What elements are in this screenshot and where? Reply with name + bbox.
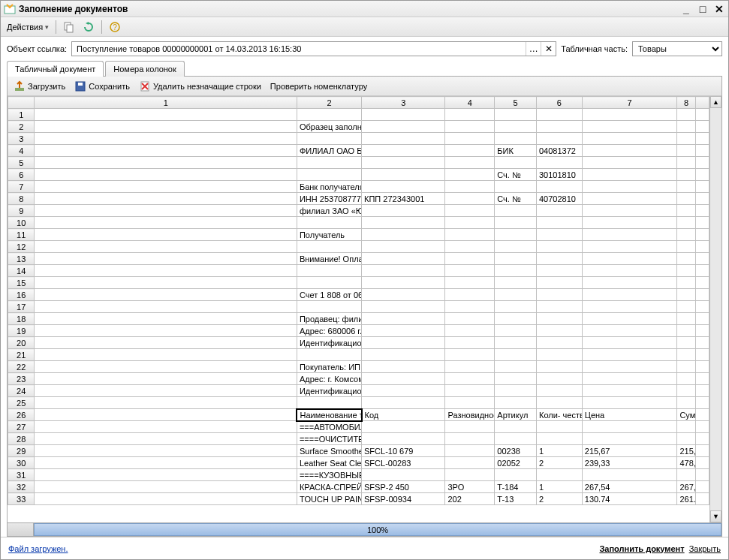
cell[interactable] (695, 301, 709, 313)
cell[interactable] (445, 325, 495, 337)
cell[interactable] (677, 193, 695, 205)
cell[interactable] (677, 121, 695, 133)
cell[interactable] (362, 157, 445, 169)
row-header[interactable]: 17 (8, 301, 35, 313)
cell[interactable] (695, 193, 709, 205)
cell[interactable] (695, 157, 709, 169)
cell[interactable]: БИК (495, 145, 537, 157)
cell[interactable] (695, 457, 709, 469)
cell[interactable] (362, 229, 445, 241)
cell[interactable] (677, 421, 695, 433)
cell[interactable] (677, 277, 695, 289)
row-header[interactable]: 28 (8, 433, 35, 445)
cell[interactable] (445, 229, 495, 241)
cell[interactable]: 1 (537, 481, 583, 493)
cell[interactable]: 04081372 (537, 145, 583, 157)
cell[interactable] (35, 313, 297, 325)
cell[interactable]: T-13 (495, 493, 537, 505)
cell[interactable]: Банк получателя (297, 181, 361, 193)
cell[interactable] (362, 169, 445, 181)
row-header[interactable]: 10 (8, 217, 35, 229)
table-row[interactable]: 29Surface Smoother Mini - абразивная гли… (8, 445, 709, 457)
cell[interactable]: ====КУЗОВНЫЕ РАБОТЫ (297, 469, 361, 481)
cell[interactable]: 261.48 (677, 493, 695, 505)
row-header[interactable]: 7 (8, 181, 35, 193)
cell[interactable] (362, 337, 445, 349)
cell[interactable] (695, 397, 709, 409)
cell[interactable] (297, 397, 361, 409)
cell[interactable] (445, 205, 495, 217)
cell[interactable] (362, 469, 445, 481)
cell[interactable] (35, 109, 297, 121)
cell[interactable] (445, 337, 495, 349)
cell[interactable] (35, 217, 297, 229)
cell[interactable] (495, 337, 537, 349)
row-header[interactable]: 20 (8, 337, 35, 349)
cell[interactable]: SFCL-10 679 (362, 445, 445, 457)
table-row[interactable]: 8ИНН 2537087779КПП 272343001Сч. №4070281… (8, 193, 709, 205)
cell[interactable] (297, 265, 361, 277)
table-row[interactable]: 27===АВТОМОБИЛЬНАЯ КОСМЕТИКА SOFT 99 (ЯП… (8, 421, 709, 433)
cell[interactable] (582, 145, 677, 157)
cell[interactable] (297, 133, 361, 145)
cell[interactable] (582, 169, 677, 181)
cell[interactable] (445, 289, 495, 301)
row-header[interactable]: 24 (8, 385, 35, 397)
cell[interactable] (677, 433, 695, 445)
cell[interactable] (582, 433, 677, 445)
cell[interactable] (537, 217, 583, 229)
cell[interactable] (297, 349, 361, 361)
cell[interactable]: Сч. № (495, 169, 537, 181)
cell[interactable]: 215,67 (677, 445, 695, 457)
row-header[interactable]: 13 (8, 253, 35, 265)
cell[interactable] (582, 313, 677, 325)
cell[interactable] (35, 229, 297, 241)
cell[interactable]: Артикул (495, 409, 537, 421)
cell[interactable]: Leather Seat Cleaner - Очиститель натур.… (297, 457, 361, 469)
row-header[interactable]: 30 (8, 457, 35, 469)
cell[interactable] (677, 241, 695, 253)
cell[interactable] (537, 385, 583, 397)
tab-columns[interactable]: Номера колонок (105, 61, 185, 77)
cell[interactable] (35, 157, 297, 169)
row-header[interactable]: 29 (8, 445, 35, 457)
cell[interactable] (495, 277, 537, 289)
cell[interactable]: 40702810 (537, 193, 583, 205)
cell[interactable] (677, 289, 695, 301)
table-row[interactable]: 9филиал ЗАО «Юником-Восток»в г. Хабаровс… (8, 205, 709, 217)
sheet-scroll[interactable]: 1 2 3 4 5 6 7 8 12Образец заполнения пла… (8, 96, 709, 522)
cell[interactable] (297, 157, 361, 169)
table-row[interactable]: 30Leather Seat Cleaner - Очиститель нату… (8, 457, 709, 469)
cell[interactable] (362, 421, 445, 433)
cell[interactable] (695, 217, 709, 229)
cell[interactable]: 00238 (495, 445, 537, 457)
col-header[interactable]: 5 (495, 97, 537, 109)
col-header[interactable]: 8 (677, 97, 695, 109)
cell[interactable] (297, 277, 361, 289)
cell[interactable] (677, 157, 695, 169)
row-header[interactable]: 11 (8, 229, 35, 241)
scroll-up-icon[interactable]: ▲ (710, 96, 721, 108)
cell[interactable] (677, 361, 695, 373)
cell[interactable]: Сумма (677, 409, 695, 421)
cell[interactable] (582, 229, 677, 241)
table-row[interactable]: 23Адрес: г. Комсомольск-на-амуре, ул. Ла… (8, 373, 709, 385)
cell[interactable]: ===АВТОМОБИЛЬНАЯ КОСМЕТИКА SOFT 99 (ЯПОН… (297, 421, 361, 433)
spreadsheet[interactable]: 1 2 3 4 5 6 7 8 12Образец заполнения пла… (8, 96, 709, 505)
table-row[interactable]: 18Продавец: филиал ЗАО «Юником-Восток»в … (8, 313, 709, 325)
cell[interactable] (537, 421, 583, 433)
cell[interactable] (445, 469, 495, 481)
cell[interactable] (495, 301, 537, 313)
cell[interactable] (582, 181, 677, 193)
cell[interactable] (35, 433, 297, 445)
cell[interactable] (362, 289, 445, 301)
row-header[interactable]: 3 (8, 133, 35, 145)
cell[interactable] (695, 169, 709, 181)
cell[interactable]: SFCL-00283 (362, 457, 445, 469)
cell[interactable] (35, 169, 297, 181)
cell[interactable]: Сч. № (495, 193, 537, 205)
cell[interactable]: Покупатель: ИП Антощук Антон Валерьевич (297, 361, 361, 373)
cell[interactable] (445, 433, 495, 445)
cell[interactable]: ФИЛИАЛ ОАО БАНК ВТБ В Г.ХАБАРОВСКЕ Г. ХА… (297, 145, 361, 157)
cell[interactable] (35, 397, 297, 409)
